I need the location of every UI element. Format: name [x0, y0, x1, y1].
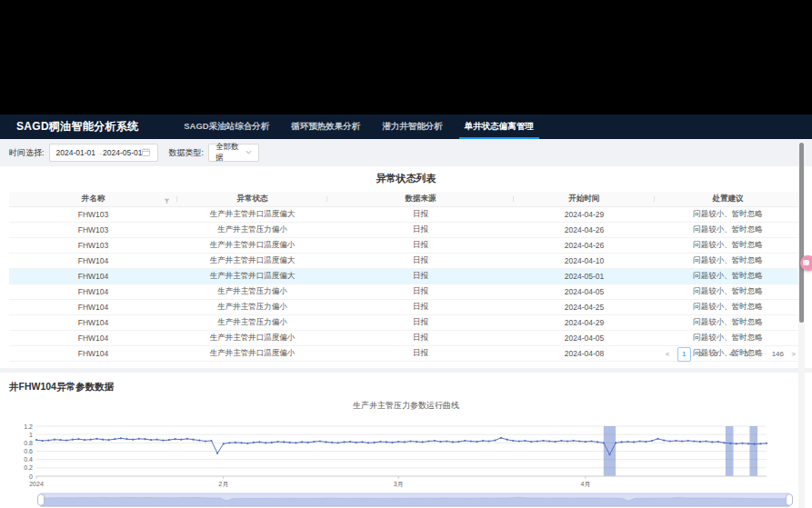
data-point: [639, 440, 641, 442]
table-body: FHW103生产井主管井口温度偏大日报2024-04-29问题较小、暂时忽略FH…: [0, 207, 812, 362]
x-axis-tick-label: 2月: [218, 481, 228, 488]
table-row[interactable]: FHW103生产井主管井口温度偏大日报2024-04-29问题较小、暂时忽略: [9, 207, 803, 223]
table-row[interactable]: FHW104生产井主管压力偏小日报2024-04-05问题较小、暂时忽略: [9, 284, 803, 300]
table-row[interactable]: FHW104生产井主管井口温度偏小日报2024-04-05问题较小、暂时忽略: [9, 331, 803, 346]
y-axis-tick-label: 1.2: [24, 423, 33, 430]
pagination-page-1[interactable]: 1: [677, 347, 691, 362]
column-header-2[interactable]: 异常状态: [177, 194, 327, 204]
nav-tab-2[interactable]: 循环预热效果分析: [280, 115, 371, 139]
pagination-ellipsis[interactable]: ···: [757, 348, 768, 361]
anomaly-mark-area: [726, 426, 734, 476]
table-cell: 2024-04-29: [514, 210, 655, 219]
pressure-trend-chart: 00.20.40.60.811.220242月3月4月: [0, 418, 812, 491]
table-cell: 生产井主管压力偏小: [177, 224, 327, 235]
scrollbar-thumb[interactable]: [799, 143, 804, 323]
data-point: [615, 442, 617, 443]
datazoom-slider[interactable]: [0, 491, 812, 508]
table-cell: 2024-04-05: [514, 287, 655, 296]
column-header-3[interactable]: 数据来源: [327, 194, 514, 204]
table-header: 井名称异常状态数据来源开始时间处置建议: [9, 192, 803, 207]
data-point: [736, 443, 737, 444]
column-header-1[interactable]: 井名称: [9, 194, 177, 204]
filter-icon[interactable]: [164, 197, 170, 204]
data-point: [555, 441, 556, 443]
data-point: [578, 440, 580, 442]
date-end-value[interactable]: 2024-05-01: [103, 148, 142, 157]
pagination-page-2[interactable]: 2: [695, 348, 707, 361]
date-range-label: 时间选择:: [9, 147, 45, 159]
column-header-4[interactable]: 开始时间: [514, 194, 655, 204]
data-point: [723, 442, 725, 443]
table-cell: FHW104: [9, 272, 177, 281]
y-axis-tick-label: 0.4: [24, 456, 33, 463]
floating-help-button[interactable]: [800, 255, 812, 271]
data-point: [687, 440, 689, 442]
data-point: [138, 438, 140, 440]
table-row[interactable]: FHW103生产井主管压力偏小日报2024-04-26问题较小、暂时忽略: [9, 223, 803, 238]
data-point: [621, 441, 623, 443]
nav-tab-4[interactable]: 单井状态偏离管理: [454, 115, 545, 139]
y-axis-tick-label: 0.6: [24, 448, 33, 454]
data-point: [741, 443, 743, 444]
data-point: [42, 440, 44, 442]
data-point: [156, 439, 158, 441]
chevron-down-icon: [246, 149, 252, 156]
column-header-5[interactable]: 处置建议: [655, 194, 801, 204]
data-point: [457, 441, 459, 443]
pagination-page-5[interactable]: 5: [741, 348, 753, 361]
table-cell: 日报: [327, 317, 514, 328]
pagination-page-146[interactable]: 146: [772, 348, 784, 361]
table-cell: 生产井主管井口温度偏小: [177, 240, 327, 251]
data-point: [633, 441, 635, 443]
section-title: 井FHW104异常参数数据: [9, 381, 114, 393]
data-point: [470, 440, 472, 442]
data-point: [627, 441, 628, 443]
nav-tab-1[interactable]: SAGD采油站综合分析: [173, 115, 280, 139]
data-point: [566, 440, 568, 442]
pagination-page-3[interactable]: 3: [710, 348, 722, 361]
y-axis-tick-label: 0.2: [24, 464, 33, 471]
data-point: [729, 443, 731, 444]
table-cell: FHW104: [9, 349, 177, 358]
table-row[interactable]: FHW104生产井主管井口温度偏大日报2024-05-01问题较小、暂时忽略: [9, 269, 803, 284]
pagination-page-4[interactable]: 4: [726, 348, 737, 361]
data-point: [205, 440, 206, 442]
data-point: [717, 441, 719, 443]
table-row[interactable]: FHW104生产井主管井口温度偏大日报2024-04-10问题较小、暂时忽略: [9, 254, 803, 269]
data-point: [168, 439, 170, 441]
data-point: [84, 439, 85, 441]
table-cell: 问题较小、暂时忽略: [655, 224, 801, 235]
table-cell: 2024-04-10: [514, 256, 655, 265]
table-cell: 问题较小、暂时忽略: [655, 240, 801, 251]
table-cell: 2024-04-26: [514, 241, 655, 250]
nav-tab-3[interactable]: 潜力井智能分析: [371, 115, 454, 139]
data-point: [186, 438, 188, 440]
data-point: [404, 441, 406, 443]
table-row[interactable]: FHW104生产井主管压力偏小日报2024-04-29问题较小、暂时忽略: [9, 315, 803, 331]
table-cell: 问题较小、暂时忽略: [655, 317, 801, 328]
slider-data-shadow: [41, 497, 789, 506]
data-point: [349, 441, 351, 443]
data-point: [524, 440, 526, 442]
table-row[interactable]: FHW103生产井主管井口温度偏小日报2024-04-26问题较小、暂时忽略: [9, 238, 803, 254]
slider-left-handle[interactable]: [38, 494, 45, 505]
data-point: [663, 440, 665, 442]
data-point: [409, 440, 411, 442]
pagination-prev[interactable]: <: [662, 348, 674, 361]
date-start-value[interactable]: 2024-01-01: [56, 148, 95, 157]
data-point: [210, 440, 212, 442]
slider-right-handle[interactable]: [787, 494, 793, 505]
table-cell: 2024-04-08: [514, 349, 655, 358]
data-point: [150, 439, 152, 441]
data-point: [379, 441, 381, 443]
data-point: [374, 442, 376, 443]
table-row[interactable]: FHW104生产井主管压力偏小日报2024-04-25问题较小、暂时忽略: [9, 300, 803, 315]
data-point: [386, 441, 387, 443]
data-point: [276, 441, 278, 443]
date-range-picker[interactable]: 2024-01-01 → 2024-05-01: [49, 144, 158, 162]
data-type-select[interactable]: 全部数据: [208, 144, 259, 162]
data-point: [542, 440, 544, 442]
table-cell: 日报: [327, 302, 514, 313]
data-point: [95, 438, 97, 440]
data-point: [175, 438, 176, 440]
